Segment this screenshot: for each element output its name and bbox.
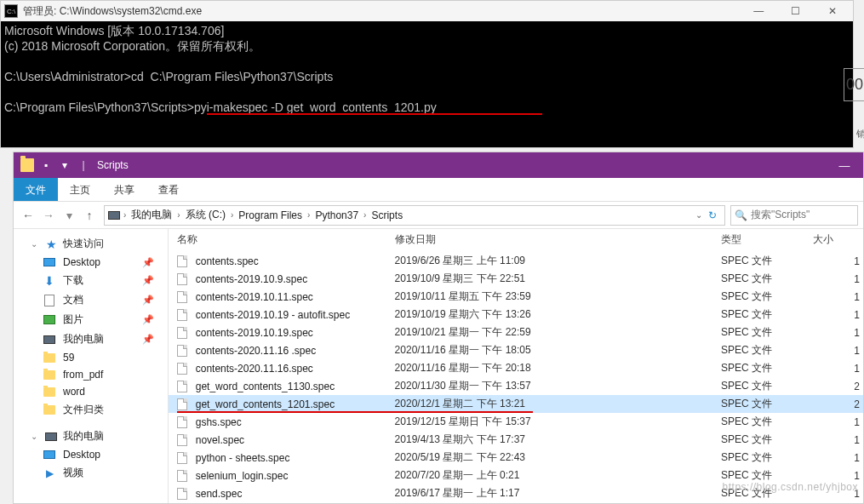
file-name: get_word_contents_1130.spec [196,381,395,392]
chevron-right-icon[interactable]: › [231,210,233,220]
file-row[interactable]: gshs.spec2019/12/15 星期日 下午 15:37SPEC 文件1 [169,413,863,431]
file-row[interactable]: novel.spec2019/4/13 星期六 下午 17:37SPEC 文件1 [169,431,863,449]
column-headers[interactable]: 名称 修改日期 类型 大小 [169,229,863,252]
file-row[interactable]: contents-2019.10.9.spec2019/10/9 星期三 下午 … [169,270,863,288]
file-type: SPEC 文件 [721,415,813,429]
tab-file[interactable]: 文件 [14,178,58,201]
breadcrumb-root[interactable]: 我的电脑 [128,208,175,222]
nav-back-button[interactable]: ← [19,206,37,225]
refresh-button[interactable]: ↻ [704,209,721,221]
chevron-right-icon[interactable]: › [363,210,366,220]
file-date: 2019/6/26 星期三 上午 11:09 [395,254,721,268]
file-row[interactable]: contents.spec2019/6/26 星期三 上午 11:09SPEC … [169,252,863,270]
file-date: 2020/11/30 星期一 下午 13:57 [395,379,721,393]
breadcrumb-drive[interactable]: 系统 (C:) [182,208,229,222]
explorer-icon [20,158,34,172]
file-name: contents-2019.10.19.spec [196,327,395,339]
sidebar-item-documents[interactable]: 文档📌 [14,290,168,310]
nav-recent-dropdown[interactable]: ▾ [60,206,78,225]
file-name: selenium_login.spec [196,470,395,482]
file-date: 2020/5/19 星期二 下午 22:43 [395,450,721,465]
file-row[interactable]: contents-2019.10.19 - autofit.spec2019/1… [169,306,863,324]
pc-icon [108,209,122,221]
nav-up-button[interactable]: ↑ [80,206,99,225]
sidebar-item-downloads[interactable]: ⬇下载📌 [14,271,168,290]
file-type: SPEC 文件 [721,450,813,465]
file-date: 2019/4/13 星期六 下午 17:37 [395,432,721,447]
breadcrumb[interactable]: › 我的电脑 › 系统 (C:) › Program Files › Pytho… [104,205,725,226]
sidebar-quick-access[interactable]: ⌄★快速访问 [14,234,168,254]
sidebar-item-mypc[interactable]: 我的电脑📌 [14,329,168,349]
file-date: 2019/10/9 星期三 下午 22:51 [395,272,721,286]
sidebar-item-desktop[interactable]: Desktop📌 [14,254,168,271]
file-row[interactable]: get_word_contents_1130.spec2020/11/30 星期… [169,377,863,395]
file-list-pane: 名称 修改日期 类型 大小 contents.spec2019/6/26 星期三… [169,229,863,503]
file-type: SPEC 文件 [721,289,813,304]
file-type: SPEC 文件 [721,272,813,286]
partial-number: 00 [844,68,864,101]
column-type[interactable]: 类型 [721,232,813,247]
file-date: 2019/6/17 星期一 上午 1:17 [395,486,721,501]
file-row[interactable]: contents-2019.10.11.spec2019/10/11 星期五 下… [169,288,863,306]
search-placeholder: 搜索"Scripts" [751,208,810,222]
file-size: 1 [813,345,863,357]
breadcrumb-dropdown[interactable]: ⌄ [695,210,702,220]
file-row[interactable]: python - sheets.spec2020/5/19 星期二 下午 22:… [169,449,863,467]
sidebar-item-folder[interactable]: 文件归类 [14,400,168,420]
file-row[interactable]: contents-2020.11.16 .spec2020/11/16 星期一 … [169,341,863,359]
chevron-right-icon[interactable]: › [177,210,180,220]
file-type: SPEC 文件 [721,432,813,447]
file-type: SPEC 文件 [721,361,813,375]
file-size: 1 [813,363,863,375]
minimize-button[interactable]: — [741,5,775,17]
qat-properties-icon[interactable]: ▪ [39,158,53,172]
close-button[interactable]: ✕ [815,5,850,17]
sidebar-this-pc[interactable]: ⌄我的电脑 [14,427,168,446]
column-name[interactable]: 名称 [177,232,395,247]
file-type: SPEC 文件 [721,325,813,340]
maximize-button[interactable]: ☐ [779,5,813,17]
file-size: 2 [813,381,863,392]
search-input[interactable]: 🔍 搜索"Scripts" [730,205,858,226]
file-size: 1 [813,327,863,339]
cmd-terminal[interactable]: Microsoft Windows [版本 10.0.17134.706] (c… [1,21,853,147]
sidebar-item-desktop[interactable]: Desktop [14,446,168,463]
tab-home[interactable]: 主页 [58,178,102,201]
file-date: 2020/11/16 星期一 下午 18:05 [395,343,721,358]
sidebar-item-folder[interactable]: word [14,383,168,400]
cmd-icon: C:\ [4,4,18,18]
sidebar-item-video[interactable]: ▶视频 [14,463,168,483]
qat-dropdown-icon[interactable]: ▾ [58,158,72,172]
minimize-button[interactable]: — [826,159,863,172]
file-type: SPEC 文件 [721,397,813,411]
background-app-sliver: 00 销 [854,17,864,145]
chevron-right-icon[interactable]: › [307,210,310,220]
cmd-titlebar[interactable]: C:\ 管理员: C:\Windows\system32\cmd.exe — ☐… [1,1,853,21]
chevron-right-icon[interactable]: › [123,210,126,220]
sidebar-item-folder[interactable]: 59 [14,349,168,366]
tab-share[interactable]: 共享 [102,178,146,201]
file-row[interactable]: contents-2020.11.16.spec2020/11/16 星期一 下… [169,359,863,377]
explorer-window: ▪ ▾ | Scripts — 文件 主页 共享 查看 ← → ▾ ↑ › 我的… [13,152,864,504]
file-date: 2020/7/20 星期一 上午 0:21 [395,468,721,483]
file-date: 2019/12/15 星期日 下午 15:37 [395,415,721,429]
breadcrumb-seg[interactable]: Scripts [368,209,406,221]
column-size[interactable]: 大小 [813,232,863,247]
pin-icon: 📌 [142,275,154,286]
file-size: 1 [813,434,863,446]
breadcrumb-seg[interactable]: Python37 [312,209,362,221]
breadcrumb-seg[interactable]: Program Files [235,209,306,221]
file-row[interactable]: get_word_contents_1201.spec2020/12/1 星期二… [169,395,863,413]
column-date[interactable]: 修改日期 [395,232,721,247]
file-type: SPEC 文件 [721,307,813,322]
tab-view[interactable]: 查看 [146,178,191,201]
file-type: SPEC 文件 [721,379,813,393]
explorer-titlebar[interactable]: ▪ ▾ | Scripts — [14,152,863,178]
sidebar-item-pictures[interactable]: 图片📌 [14,310,168,329]
sidebar-item-folder[interactable]: from_pdf [14,366,168,383]
file-row[interactable]: contents-2019.10.19.spec2019/10/21 星期一 下… [169,324,863,341]
file-date: 2020/11/16 星期一 下午 20:18 [395,361,721,375]
file-icon [177,363,191,375]
nav-forward-button[interactable]: → [39,206,58,225]
file-date: 2019/10/19 星期六 下午 13:26 [395,307,721,322]
